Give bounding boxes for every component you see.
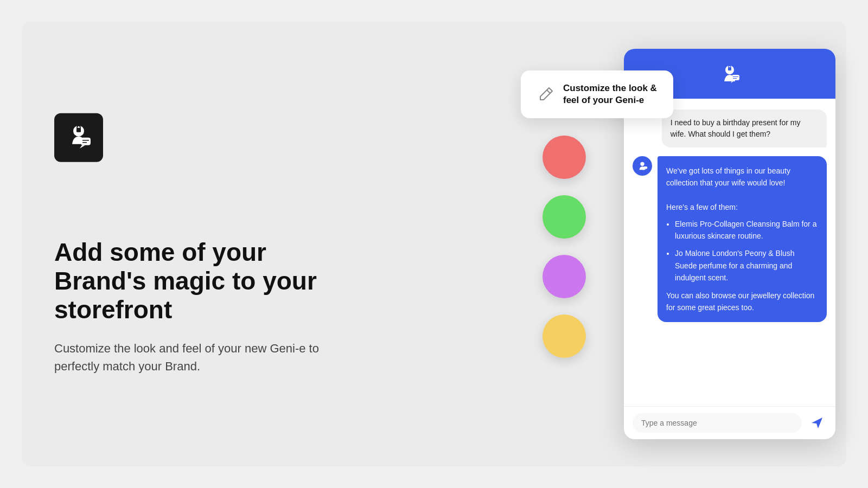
subtext: Customize the look and feel of your new …: [54, 339, 336, 375]
customize-tooltip: Customize the look & feel of your Geni-e: [521, 70, 673, 118]
svg-line-6: [547, 90, 550, 93]
bot-avatar: [633, 156, 652, 176]
bot-list-item-1: Elemis Pro-Collagen Cleansing Balm for a…: [675, 218, 818, 242]
chat-header-logo-icon: [717, 62, 743, 88]
pencil-icon: [537, 86, 554, 103]
user-message: I need to buy a birthday present for my …: [662, 110, 827, 147]
svg-rect-14: [643, 166, 647, 169]
send-button[interactable]: [807, 413, 827, 433]
bot-list-item-2: Jo Malone London's Peony & Blush Suede p…: [675, 247, 818, 284]
left-section: Add some of your Brand's magic to your s…: [54, 113, 336, 375]
tooltip-text: Customize the look & feel of your Geni-e: [563, 82, 657, 106]
color-swatches: [542, 136, 586, 358]
svg-rect-9: [732, 75, 739, 80]
bot-message: We've got lots of things in our beauty c…: [658, 156, 827, 322]
svg-marker-3: [80, 145, 85, 149]
swatch-green[interactable]: [542, 195, 586, 239]
bot-message-row: We've got lots of things in our beauty c…: [633, 156, 827, 322]
chat-input-area: [624, 406, 835, 439]
svg-rect-2: [81, 138, 91, 145]
swatch-purple[interactable]: [542, 255, 586, 298]
svg-point-13: [640, 162, 644, 166]
swatch-yellow[interactable]: [542, 314, 586, 358]
svg-rect-1: [76, 128, 81, 132]
main-container: Add some of your Brand's magic to your s…: [22, 22, 846, 466]
bot-list-header: Here's a few of them:: [666, 203, 738, 211]
logo-box: [54, 113, 103, 162]
bot-avatar-icon: [636, 160, 648, 172]
svg-rect-8: [728, 67, 731, 70]
logo-icon: [62, 121, 95, 154]
right-section: Customize the look & feel of your Geni-e: [488, 49, 835, 439]
bot-intro: We've got lots of things in our beauty c…: [666, 166, 790, 187]
chat-messages: I need to buy a birthday present for my …: [624, 99, 835, 406]
headline: Add some of your Brand's magic to your s…: [54, 238, 336, 324]
chat-input[interactable]: [633, 413, 802, 433]
send-icon: [810, 416, 824, 429]
swatch-red[interactable]: [542, 136, 586, 179]
bot-outro: You can also browse our jewellery collec…: [666, 291, 814, 312]
